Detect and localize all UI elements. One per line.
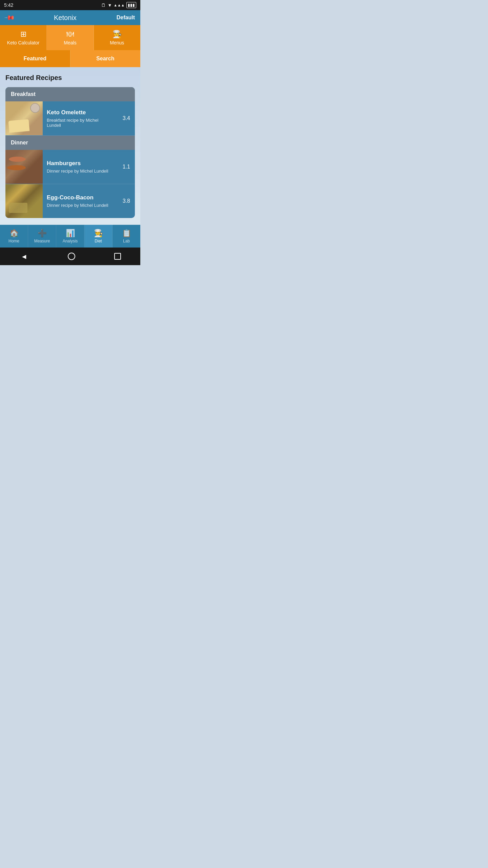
status-bar: 5:42 🗒 ▼ ▲▲▲ ▮▮▮ xyxy=(0,0,140,10)
app-header: 📌 Ketonix Default xyxy=(0,10,140,25)
bottom-nav-home-label: Home xyxy=(8,239,19,243)
omelette-image xyxy=(5,101,43,135)
lab-icon: 📋 xyxy=(122,229,131,238)
recipe-desc-hamburgers: Dinner recipe by Michel Lundell xyxy=(47,169,114,174)
system-nav-bar: ◀ xyxy=(0,248,140,265)
nav-keto-calculator[interactable]: ⊞ Keto Calculator xyxy=(0,25,47,50)
status-time: 5:42 xyxy=(4,2,13,8)
bottom-nav-analysis[interactable]: 📊 Analysis xyxy=(56,225,84,248)
home-button[interactable] xyxy=(68,253,75,260)
calculator-icon: ⊞ xyxy=(20,30,26,39)
recipe-img-eggcoco xyxy=(5,184,43,218)
app-title: Ketonix xyxy=(54,14,77,22)
pin-icon[interactable]: 📌 xyxy=(4,12,16,24)
bottom-nav-lab-label: Lab xyxy=(123,239,130,243)
recipe-name-eggcoco: Egg-Coco-Bacon xyxy=(47,194,114,201)
main-content: Featured Recipes Breakfast Keto Omelette… xyxy=(0,67,140,225)
status-icons: 🗒 ▼ ▲▲▲ ▮▮▮ xyxy=(101,2,136,8)
recipe-desc-eggcoco: Dinner recipe by Michel Lundell xyxy=(47,203,114,208)
eggcoco-image xyxy=(5,184,43,218)
recipe-info-omelette: Keto Omelette Breakfast recipe by Michel… xyxy=(43,104,118,133)
bottom-nav-lab[interactable]: 📋 Lab xyxy=(113,225,140,248)
signal-icon: ▲▲▲ xyxy=(114,3,125,7)
category-breakfast: Breakfast xyxy=(5,87,135,101)
nav-meals[interactable]: 🍽 Meals xyxy=(47,25,94,50)
recipe-desc-omelette: Breakfast recipe by Michel Lundell xyxy=(47,118,114,128)
section-title: Featured Recipes xyxy=(5,74,135,82)
recipe-hamburgers[interactable]: Hamburgers Dinner recipe by Michel Lunde… xyxy=(5,150,135,184)
tab-search-label: Search xyxy=(96,56,114,61)
category-dinner: Dinner xyxy=(5,136,135,150)
sub-tabs: Featured Search xyxy=(0,50,140,67)
home-icon: 🏠 xyxy=(9,229,19,238)
measure-icon: ➕ xyxy=(38,229,47,238)
tab-featured[interactable]: Featured xyxy=(0,50,70,67)
recipe-rating-hamburgers: 1.1 xyxy=(118,159,135,175)
bottom-nav-measure[interactable]: ➕ Measure xyxy=(28,225,56,248)
recents-button[interactable] xyxy=(114,253,121,260)
nav-menus[interactable]: 👨‍🍳 Menus xyxy=(94,25,140,50)
memo-icon: 🗒 xyxy=(101,3,106,8)
battery-icon: ▮▮▮ xyxy=(126,2,136,8)
wifi-icon: ▼ xyxy=(107,3,112,8)
bottom-nav-diet-label: Diet xyxy=(95,239,102,243)
menus-icon: 👨‍🍳 xyxy=(113,30,122,39)
recipe-list: Breakfast Keto Omelette Breakfast recipe… xyxy=(5,87,135,218)
recipe-egg-coco-bacon[interactable]: Egg-Coco-Bacon Dinner recipe by Michel L… xyxy=(5,184,135,218)
nav-meals-label: Meals xyxy=(64,40,76,45)
top-nav: ⊞ Keto Calculator 🍽 Meals 👨‍🍳 Menus xyxy=(0,25,140,50)
recipe-img-omelette xyxy=(5,101,43,135)
hamburgers-image xyxy=(5,150,43,184)
nav-keto-calculator-label: Keto Calculator xyxy=(7,40,40,45)
recipe-info-hamburgers: Hamburgers Dinner recipe by Michel Lunde… xyxy=(43,155,118,178)
bottom-nav-analysis-label: Analysis xyxy=(63,239,78,243)
tab-search[interactable]: Search xyxy=(70,50,141,67)
analysis-icon: 📊 xyxy=(66,229,75,238)
recipe-rating-omelette: 3.4 xyxy=(118,111,135,126)
recipe-img-hamburgers xyxy=(5,150,43,184)
profile-default[interactable]: Default xyxy=(117,15,135,21)
recipe-rating-eggcoco: 3.8 xyxy=(118,193,135,209)
recipe-name-omelette: Keto Omelette xyxy=(47,109,114,116)
bottom-nav-measure-label: Measure xyxy=(34,239,50,243)
diet-icon: 👨‍🍳 xyxy=(94,229,103,238)
recipe-info-eggcoco: Egg-Coco-Bacon Dinner recipe by Michel L… xyxy=(43,190,118,213)
bottom-nav: 🏠 Home ➕ Measure 📊 Analysis 👨‍🍳 Diet 📋 L… xyxy=(0,225,140,248)
nav-menus-label: Menus xyxy=(110,40,124,45)
recipe-name-hamburgers: Hamburgers xyxy=(47,160,114,167)
bottom-nav-home[interactable]: 🏠 Home xyxy=(0,225,28,248)
back-button[interactable]: ◀ xyxy=(19,252,29,261)
tab-featured-label: Featured xyxy=(23,56,46,61)
bottom-nav-diet[interactable]: 👨‍🍳 Diet xyxy=(84,225,113,248)
recipe-keto-omelette[interactable]: Keto Omelette Breakfast recipe by Michel… xyxy=(5,101,135,136)
meals-icon: 🍽 xyxy=(66,30,74,39)
